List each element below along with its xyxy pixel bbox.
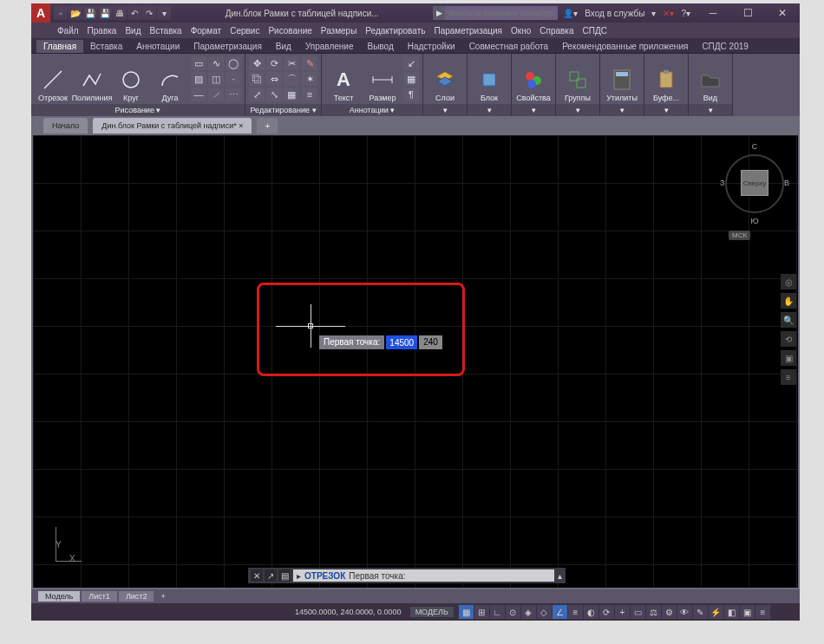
polyline-button[interactable]: Полилиния [74, 55, 110, 102]
file-tab-start[interactable]: Начало [43, 118, 88, 133]
viewcube-east[interactable]: В [784, 179, 789, 187]
tab-spds[interactable]: СПДС 2019 [695, 40, 755, 53]
osnap-toggle-icon[interactable]: ◇ [537, 605, 552, 619]
props-button[interactable]: Свойства [515, 55, 552, 102]
groups-button[interactable]: Группы [559, 55, 596, 102]
cmd-expand-icon[interactable]: ↗ [265, 569, 277, 582]
block-button[interactable]: Блок [471, 55, 507, 102]
tab-close-icon[interactable]: × [239, 121, 243, 130]
clip-button[interactable]: Буфе... [648, 55, 684, 102]
file-tab-drawing[interactable]: Дин.блок Рамки с таблицей надписи* × [93, 118, 252, 133]
menu-view[interactable]: Вид [125, 26, 141, 36]
panel-draw-title[interactable]: Рисование ▾ [31, 104, 245, 116]
workspace-icon[interactable]: ⚙ [662, 605, 677, 619]
qat-save-icon[interactable]: 💾 [83, 6, 97, 20]
fillet-icon[interactable]: ⌒ [284, 72, 299, 86]
tab-addins[interactable]: Надстройки [401, 40, 462, 53]
hardware-icon[interactable]: ⚡ [709, 605, 723, 619]
maximize-button[interactable]: ☐ [730, 3, 765, 23]
tab-param[interactable]: Параметризация [186, 40, 269, 53]
nav-more-icon[interactable]: ≡ [781, 369, 796, 385]
menu-service[interactable]: Сервис [230, 26, 259, 36]
status-coords[interactable]: 14500.0000, 240.0000, 0.0000 [295, 608, 402, 616]
stretch-icon[interactable]: ⤢ [249, 88, 265, 101]
viewcube-cs[interactable]: МСК [729, 231, 750, 240]
block-drop[interactable]: ▾ [468, 104, 511, 116]
lwt-toggle-icon[interactable]: ≡ [568, 605, 583, 619]
cmd-close-icon[interactable]: ✕ [251, 569, 263, 582]
mirror-icon[interactable]: ⇔ [266, 72, 282, 86]
tab-featured[interactable]: Рекомендованные приложения [555, 40, 695, 53]
array-icon[interactable]: ▦ [284, 88, 299, 101]
drawing-canvas[interactable]: Первая точка: 240 Y X С Сверху З В Ю МСК… [31, 133, 800, 589]
command-line[interactable]: ✕ ↗ ▤ ▸ ОТРЕЗОК Первая точка: ▴ [248, 568, 566, 583]
mtext-icon[interactable]: ¶ [403, 88, 419, 101]
transparency-icon[interactable]: ◐ [584, 605, 598, 619]
units-icon[interactable]: ✎ [693, 605, 708, 619]
search-arrow-icon[interactable]: ▶ [433, 6, 445, 20]
viewcube-top-face[interactable]: Сверху [741, 170, 768, 196]
signin-icon[interactable]: 👤▾ [563, 9, 578, 18]
layout-add-icon[interactable]: + [155, 592, 170, 601]
menu-format[interactable]: Формат [191, 26, 222, 36]
search-input[interactable] [445, 6, 558, 20]
menu-spds[interactable]: СПДС [583, 26, 607, 36]
region-icon[interactable]: ◫ [208, 72, 224, 86]
close-button[interactable]: ✕ [765, 3, 800, 23]
qat-redo-icon[interactable]: ↷ [142, 6, 156, 20]
table-icon[interactable]: ▦ [403, 72, 419, 86]
qat-undo-icon[interactable]: ↶ [128, 6, 141, 20]
viewcube-west[interactable]: З [720, 179, 724, 187]
utils-button[interactable]: Утилиты [604, 55, 640, 102]
custom-icon[interactable]: ≡ [755, 605, 770, 619]
copy-icon[interactable]: ⿻ [249, 72, 265, 86]
groups-drop[interactable]: ▾ [556, 104, 599, 116]
leader-icon[interactable]: ↙ [403, 56, 419, 70]
isolate-icon[interactable]: ◧ [724, 605, 739, 619]
menu-param[interactable]: Параметризация [434, 26, 502, 36]
snap-toggle-icon[interactable]: ⊞ [474, 605, 489, 619]
line-button[interactable]: Отрезок [35, 55, 71, 102]
tab-home[interactable]: Главная [36, 40, 83, 53]
layout-tab-2[interactable]: Лист2 [119, 591, 154, 602]
exchange-icon[interactable]: ✕▾ [663, 9, 674, 18]
menu-file[interactable]: Файл [57, 26, 79, 36]
qat-new-icon[interactable]: ▫ [54, 6, 68, 20]
view-cube[interactable]: С Сверху З В Ю МСК [723, 142, 786, 229]
nav-orbit-icon[interactable]: ⟲ [781, 331, 796, 347]
signin-label[interactable]: Вход в службы [585, 9, 644, 18]
nav-zoom-icon[interactable]: 🔍 [781, 312, 796, 328]
layers-drop[interactable]: ▾ [423, 104, 467, 116]
minimize-button[interactable]: ─ [696, 3, 730, 23]
status-model-badge[interactable]: МОДЕЛЬ [410, 607, 454, 617]
circle-button[interactable]: Круг [113, 55, 149, 102]
app-logo[interactable]: A [31, 3, 50, 23]
cmd-prompt-icon[interactable]: ▤ [278, 569, 291, 582]
viewcube-north[interactable]: С [723, 142, 786, 151]
ortho-toggle-icon[interactable]: ∟ [490, 605, 505, 619]
layout-tab-1[interactable]: Лист1 [82, 591, 117, 602]
tab-annotate[interactable]: Аннотации [129, 40, 186, 53]
menu-window[interactable]: Окно [511, 26, 531, 36]
dim-button[interactable]: Размер [364, 55, 401, 102]
qat-saveas-icon[interactable]: 💾 [98, 6, 112, 20]
nav-pan-icon[interactable]: ✋ [781, 293, 796, 309]
polar-toggle-icon[interactable]: ⊙ [506, 605, 520, 619]
layers-button[interactable]: Слои [427, 55, 463, 102]
trim-icon[interactable]: ✂ [284, 56, 299, 70]
file-tab-add[interactable]: + [257, 118, 278, 133]
scale-icon[interactable]: ⤡ [266, 88, 282, 101]
grid-toggle-icon[interactable]: ▦ [459, 605, 474, 619]
xline-icon[interactable]: ⟋ [208, 88, 224, 101]
menu-insert[interactable]: Вставка [149, 26, 181, 36]
cycling-icon[interactable]: ⟳ [599, 605, 614, 619]
hatch-icon[interactable]: ▨ [191, 72, 206, 86]
nav-wheel-icon[interactable]: ◎ [781, 274, 796, 289]
menu-help[interactable]: Справка [540, 26, 573, 36]
ray-icon[interactable]: — [191, 88, 206, 101]
panel-annot-title[interactable]: Аннотации ▾ [322, 104, 422, 116]
nav-showmotion-icon[interactable]: ▣ [781, 350, 796, 366]
menu-edit[interactable]: Правка [88, 26, 117, 36]
tab-collab[interactable]: Совместная работа [462, 40, 556, 53]
more-draw-icon[interactable]: ⋯ [226, 88, 241, 101]
